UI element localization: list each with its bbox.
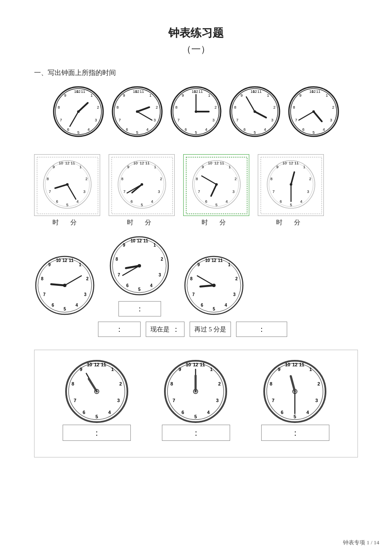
svg-text:4: 4: [205, 127, 207, 132]
svg-text:1: 1: [228, 165, 231, 169]
after5-colon: ：: [258, 324, 265, 334]
svg-text:7: 7: [192, 292, 195, 297]
big-clock-3-col: 12 1 2 3 4 5 6 7 8 9 10 11: [183, 255, 245, 316]
svg-text:9: 9: [127, 165, 129, 169]
svg-text:9: 9: [278, 367, 280, 372]
svg-text:8: 8: [58, 105, 60, 109]
svg-text:5: 5: [95, 414, 98, 419]
svg-text:12: 12: [289, 161, 293, 165]
svg-text:4: 4: [151, 199, 153, 204]
svg-text:7: 7: [173, 398, 175, 403]
svg-text:10: 10: [309, 89, 314, 94]
svg-text:6: 6: [205, 199, 207, 204]
svg-text:2: 2: [156, 105, 158, 109]
svg-text:1: 1: [149, 93, 151, 98]
svg-text:3: 3: [315, 398, 318, 403]
svg-text:1: 1: [90, 93, 92, 98]
answer-box-after5[interactable]: ：: [236, 322, 287, 337]
rect-clock-3: 12 1 2 3 4 5 6 7 8 9 10 11: [183, 154, 249, 216]
svg-text:4: 4: [150, 283, 153, 288]
svg-text:4: 4: [108, 410, 111, 415]
svg-text:1: 1: [79, 262, 81, 267]
svg-point-177: [63, 284, 66, 287]
svg-text:5: 5: [194, 414, 197, 419]
svg-text:6: 6: [126, 283, 129, 288]
svg-text:6: 6: [280, 199, 282, 204]
svg-point-194: [138, 264, 141, 267]
svg-text:9: 9: [240, 93, 242, 98]
svg-text:2: 2: [97, 105, 99, 109]
svg-text:8: 8: [121, 177, 123, 181]
s4-answer-3[interactable]: ：: [261, 425, 329, 441]
svg-text:4: 4: [300, 199, 302, 204]
svg-text:6: 6: [281, 410, 283, 415]
svg-text:2: 2: [235, 276, 238, 281]
svg-text:7: 7: [123, 190, 125, 194]
s4-clock-2-col: 12 1 2 3 4 5 6 7 8 9 10 11: [162, 359, 230, 441]
svg-text:7: 7: [43, 292, 46, 297]
s4-answer-1[interactable]: ：: [63, 425, 131, 441]
svg-text:3: 3: [158, 190, 160, 194]
s4-answer-2[interactable]: ：: [162, 425, 230, 441]
answer-box-clock2[interactable]: ：: [118, 301, 161, 316]
svg-text:7: 7: [74, 398, 76, 403]
svg-text:9: 9: [182, 93, 184, 98]
svg-text:7: 7: [295, 118, 297, 122]
svg-text:5: 5: [136, 130, 138, 135]
svg-text:4: 4: [306, 410, 309, 415]
footer: 钟表专项 1 / 14: [343, 539, 379, 546]
now-colon-2: ：: [172, 324, 180, 334]
svg-text:3: 3: [233, 292, 236, 297]
clock-4: 12 1 2 3 4 5 6 7 8 9 10 11: [229, 86, 280, 137]
svg-text:8: 8: [234, 105, 236, 109]
svg-text:8: 8: [41, 276, 43, 281]
svg-text:6: 6: [302, 127, 304, 132]
svg-text:3: 3: [84, 292, 86, 297]
clock-1: 12 1 2 3 4 5 6 7 8 9 10 11: [53, 86, 104, 137]
svg-text:4: 4: [225, 199, 228, 204]
section1-label: 一、写出钟面上所指的时间: [34, 69, 358, 78]
svg-text:8: 8: [270, 177, 272, 181]
svg-text:12: 12: [62, 258, 67, 263]
svg-text:1: 1: [208, 93, 210, 98]
svg-text:8: 8: [196, 177, 198, 181]
svg-text:3: 3: [159, 273, 161, 277]
big-clock-2-col: 12 1 2 3 4 5 6 7 8 9 10 11: [109, 235, 170, 316]
svg-point-33: [136, 110, 138, 113]
svg-text:1: 1: [154, 165, 156, 169]
svg-line-176: [51, 284, 65, 285]
svg-text:10: 10: [251, 89, 255, 94]
svg-text:3: 3: [271, 118, 273, 122]
big-clocks-row: 12 1 2 3 4 5 6 7 8 9 10 11: [34, 235, 358, 316]
svg-text:3: 3: [330, 118, 332, 122]
svg-text:12: 12: [214, 161, 219, 165]
clock-3: 12 1 2 3 4 5 6 7 8 9 10 11: [170, 86, 222, 137]
rect-clock-1: 12 1 2 3 4 5 6 7 8 9 10 11: [34, 154, 100, 216]
svg-text:3: 3: [216, 398, 219, 403]
s4-colon-2: ：: [192, 427, 200, 439]
svg-text:10: 10: [133, 89, 137, 94]
svg-text:1: 1: [111, 367, 114, 372]
svg-text:11: 11: [316, 89, 320, 94]
rect-clock-3-col: 12 1 2 3 4 5 6 7 8 9 10 11: [183, 154, 249, 227]
svg-text:4: 4: [75, 303, 78, 308]
svg-text:7: 7: [198, 190, 200, 194]
svg-text:11: 11: [199, 89, 203, 94]
svg-text:2: 2: [234, 177, 236, 181]
svg-text:11: 11: [200, 362, 205, 367]
svg-text:11: 11: [101, 362, 106, 367]
svg-point-67: [254, 110, 256, 113]
svg-point-211: [212, 284, 216, 287]
svg-text:6: 6: [83, 410, 85, 415]
time-label-4: 时 分: [276, 219, 306, 227]
svg-text:9: 9: [64, 93, 66, 98]
svg-text:12: 12: [292, 362, 297, 367]
answer-box-now[interactable]: ：: [98, 322, 141, 337]
svg-text:1: 1: [309, 367, 312, 372]
s4-colon-3: ：: [291, 427, 300, 439]
svg-text:12: 12: [140, 161, 144, 165]
svg-text:11: 11: [143, 239, 148, 243]
now-label: 现在是: [150, 325, 170, 334]
svg-text:6: 6: [52, 303, 54, 308]
svg-text:8: 8: [270, 381, 272, 386]
